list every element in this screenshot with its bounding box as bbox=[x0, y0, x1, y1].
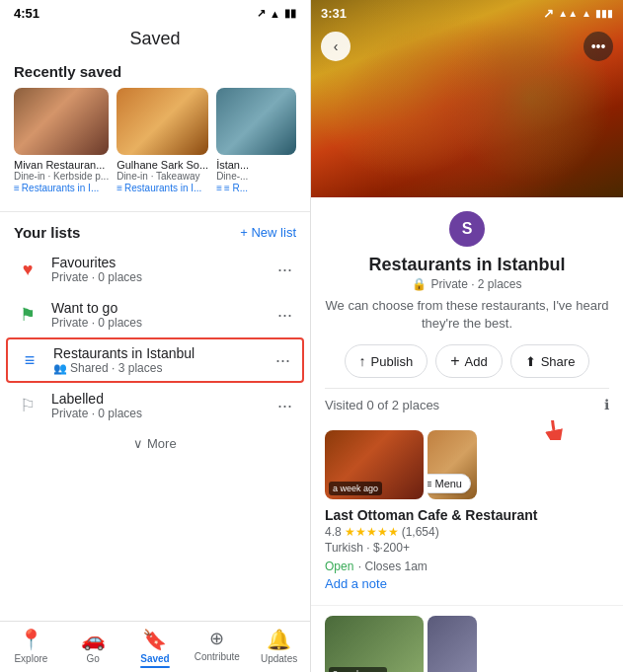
place-card-second[interactable]: 3 weeks ago bbox=[311, 606, 623, 672]
rating-value: 4.8 bbox=[325, 525, 342, 539]
list-more-want-to-go[interactable]: ··· bbox=[273, 303, 296, 328]
recent-sub-3: Dine-... bbox=[216, 171, 296, 182]
page-title: Saved bbox=[0, 25, 310, 59]
hero-image: 3:31 ↗ ▲▲ ▲ ▮▮▮ ‹ ••• bbox=[311, 0, 623, 197]
your-lists-title: Your lists bbox=[14, 224, 80, 241]
list-info-labelled: Labelled Private · 0 places bbox=[51, 391, 264, 420]
explore-label: Explore bbox=[14, 653, 47, 664]
detail-section: S Restaurants in Istanbul 🔒 Private · 2 … bbox=[311, 197, 623, 420]
recently-saved-header: Recently saved bbox=[0, 59, 310, 88]
recent-label-2: Gulhane Sark So... bbox=[117, 159, 208, 171]
visited-label: Visited 0 of 2 places bbox=[325, 398, 439, 412]
go-icon: 🚗 bbox=[81, 628, 106, 651]
list-more-labelled[interactable]: ··· bbox=[273, 394, 296, 418]
nav-active-underline bbox=[140, 666, 170, 668]
share-button[interactable]: ⬆ Share bbox=[510, 344, 590, 378]
place-thumb-second-2 bbox=[428, 616, 477, 672]
list-item-restaurants-istanbul[interactable]: ≡ Restaurants in Istanbul 👥 Shared · 3 p… bbox=[6, 337, 304, 383]
new-list-button[interactable]: + New list bbox=[240, 225, 296, 240]
avatar: S bbox=[449, 211, 485, 247]
right-panel: 3:31 ↗ ▲▲ ▲ ▮▮▮ ‹ ••• S Restaurants in I… bbox=[311, 0, 623, 672]
publish-label: Publish bbox=[371, 354, 414, 369]
add-icon: + bbox=[450, 352, 459, 370]
bottom-nav: 📍 Explore 🚗 Go 🔖 Saved ⊕ Contribute 🔔 Up… bbox=[0, 621, 310, 672]
list-item-favourites[interactable]: ♥ Favourites Private · 0 places ··· bbox=[0, 247, 310, 292]
visited-row: Visited 0 of 2 places ℹ bbox=[325, 388, 609, 420]
list-description: We can choose from these restaurants, I'… bbox=[325, 297, 609, 333]
recent-item-2[interactable]: Gulhane Sark So... Dine-in · Takeaway ≡R… bbox=[117, 88, 208, 193]
list-meta-want-to-go: Private · 0 places bbox=[51, 316, 264, 330]
place-thumb-main: a week ago bbox=[325, 430, 424, 499]
list-info-istanbul: Restaurants in Istanbul 👥 Shared · 3 pla… bbox=[53, 345, 262, 375]
status-icons-left: ↗ ▲ ▮▮ bbox=[257, 7, 296, 20]
saved-icon: 🔖 bbox=[142, 628, 167, 651]
recent-item-3[interactable]: İstan... Dine-... ≡≡ R... bbox=[216, 88, 296, 193]
more-options-button[interactable]: ••• bbox=[584, 32, 613, 61]
signal-icon-right: ▲▲ bbox=[558, 8, 578, 19]
list-meta-favourites: Private · 0 places bbox=[51, 270, 264, 284]
battery-icon-left: ▮▮ bbox=[284, 7, 296, 20]
status-bar-right: 3:31 ↗ ▲▲ ▲ ▮▮▮ bbox=[311, 0, 623, 25]
info-icon[interactable]: ℹ bbox=[604, 397, 609, 412]
privacy-label: Private · 2 places bbox=[430, 277, 521, 291]
status-icons-right: ↗ ▲▲ ▲ ▮▮▮ bbox=[543, 6, 613, 21]
nav-updates[interactable]: 🔔 Updates bbox=[248, 628, 310, 668]
back-button[interactable]: ‹ bbox=[321, 32, 350, 61]
add-button[interactable]: + Add bbox=[435, 344, 502, 378]
list-more-favourites[interactable]: ··· bbox=[273, 258, 296, 282]
list-meta-labelled: Private · 0 places bbox=[51, 407, 264, 420]
location-icon-right: ↗ bbox=[543, 6, 554, 21]
go-label: Go bbox=[87, 653, 100, 664]
thumb-time-tag: a week ago bbox=[329, 482, 382, 495]
explore-icon: 📍 bbox=[19, 628, 43, 651]
place-thumb-row: a week ago ≡ Menu bbox=[325, 430, 609, 499]
recent-item-1[interactable]: Mivan Restauran... Dine-in · Kerbside p.… bbox=[14, 88, 109, 193]
recent-thumb-3 bbox=[216, 88, 296, 155]
list-info-want-to-go: Want to go Private · 0 places bbox=[51, 300, 264, 330]
place-thumb-second-main: 3 weeks ago bbox=[325, 616, 424, 672]
menu-icon: ≡ bbox=[428, 478, 431, 489]
publish-icon: ↑ bbox=[359, 353, 366, 369]
nav-go[interactable]: 🚗 Go bbox=[62, 628, 124, 668]
place-rating: 4.8 ★★★★★ (1,654) bbox=[325, 525, 609, 539]
review-count: (1,654) bbox=[402, 525, 439, 539]
share-label: Share bbox=[541, 354, 576, 369]
nav-contribute[interactable]: ⊕ Contribute bbox=[186, 628, 248, 668]
time-left: 4:51 bbox=[14, 6, 39, 21]
saved-label: Saved bbox=[140, 653, 169, 664]
flag-icon-wantgo: ⚑ bbox=[14, 301, 41, 329]
action-buttons: ↑ Publish + Add ⬆ Share bbox=[325, 344, 609, 378]
list-icon-istanbul: ≡ bbox=[16, 346, 43, 374]
left-panel: 4:51 ↗ ▲ ▮▮ Saved Recently saved Mivan R… bbox=[0, 0, 311, 672]
recently-saved-row: Mivan Restauran... Dine-in · Kerbside p.… bbox=[0, 88, 310, 207]
place-thumb-secondary: ≡ Menu bbox=[428, 430, 477, 499]
more-button[interactable]: ∨ More bbox=[0, 428, 310, 459]
recent-label-1: Mivan Restauran... bbox=[14, 159, 109, 171]
nav-explore[interactable]: 📍 Explore bbox=[0, 628, 62, 668]
flag-icon-labelled: ⚐ bbox=[14, 392, 41, 419]
hero-overlay bbox=[311, 0, 623, 197]
list-item-labelled[interactable]: ⚐ Labelled Private · 0 places ··· bbox=[0, 383, 310, 428]
lock-icon: 🔒 bbox=[412, 277, 427, 291]
recent-thumb-1 bbox=[14, 88, 109, 155]
publish-button[interactable]: ↑ Publish bbox=[345, 344, 428, 378]
menu-badge[interactable]: ≡ Menu bbox=[428, 474, 471, 493]
add-label: Add bbox=[465, 354, 488, 369]
wifi-icon-right: ▲ bbox=[582, 8, 591, 19]
list-more-istanbul[interactable]: ··· bbox=[272, 348, 294, 373]
place-name: Last Ottoman Cafe & Restaurant bbox=[325, 507, 609, 523]
add-note-button[interactable]: Add a note bbox=[325, 574, 609, 595]
divider-1 bbox=[0, 211, 310, 212]
nav-saved[interactable]: 🔖 Saved bbox=[124, 628, 187, 668]
place-card-ottoman[interactable]: a week ago ≡ Menu Last Ottoman Cafe & Re… bbox=[311, 420, 623, 606]
recent-thumb-2 bbox=[117, 88, 208, 155]
contribute-icon: ⊕ bbox=[209, 628, 224, 649]
thumb-time-tag-2: 3 weeks ago bbox=[329, 667, 387, 672]
place-type: Turkish · $·200+ bbox=[325, 541, 609, 555]
detail-privacy: 🔒 Private · 2 places bbox=[325, 277, 609, 291]
list-item-want-to-go[interactable]: ⚑ Want to go Private · 0 places ··· bbox=[0, 292, 310, 337]
stars-icon: ★★★★★ bbox=[345, 525, 399, 539]
updates-icon: 🔔 bbox=[267, 628, 291, 651]
recent-label-3: İstan... bbox=[216, 159, 296, 171]
recent-tag-2: ≡Restaurants in I... bbox=[117, 183, 208, 193]
